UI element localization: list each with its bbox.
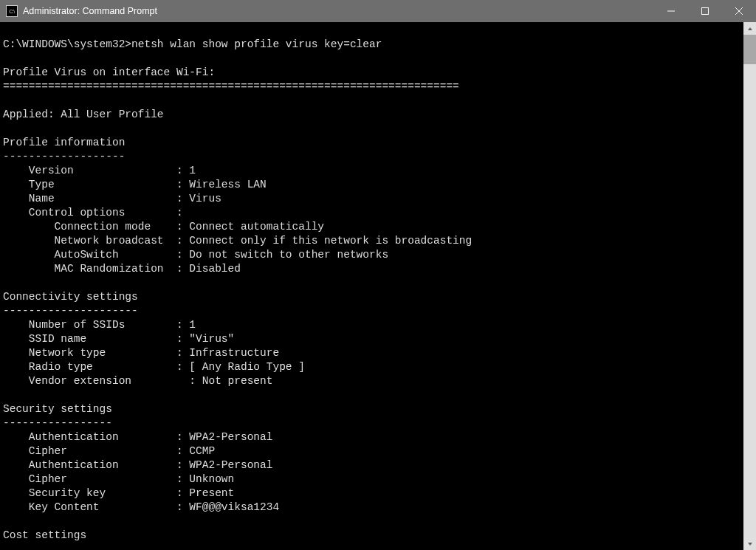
close-button[interactable]	[722, 0, 756, 22]
scroll-thumb[interactable]	[743, 35, 756, 64]
maximize-button[interactable]	[688, 0, 722, 22]
title-bar: C:\ Administrator: Command Prompt	[0, 0, 756, 22]
window-title: Administrator: Command Prompt	[23, 6, 654, 16]
window-controls	[654, 0, 756, 22]
vertical-scrollbar[interactable]	[743, 22, 756, 550]
scroll-down-button[interactable]	[743, 537, 756, 550]
minimize-button[interactable]	[654, 0, 688, 22]
scroll-up-button[interactable]	[743, 22, 756, 35]
svg-rect-1	[702, 8, 709, 15]
terminal-output[interactable]: C:\WINDOWS\system32>netsh wlan show prof…	[0, 22, 743, 550]
cmd-icon: C:\	[6, 5, 18, 17]
